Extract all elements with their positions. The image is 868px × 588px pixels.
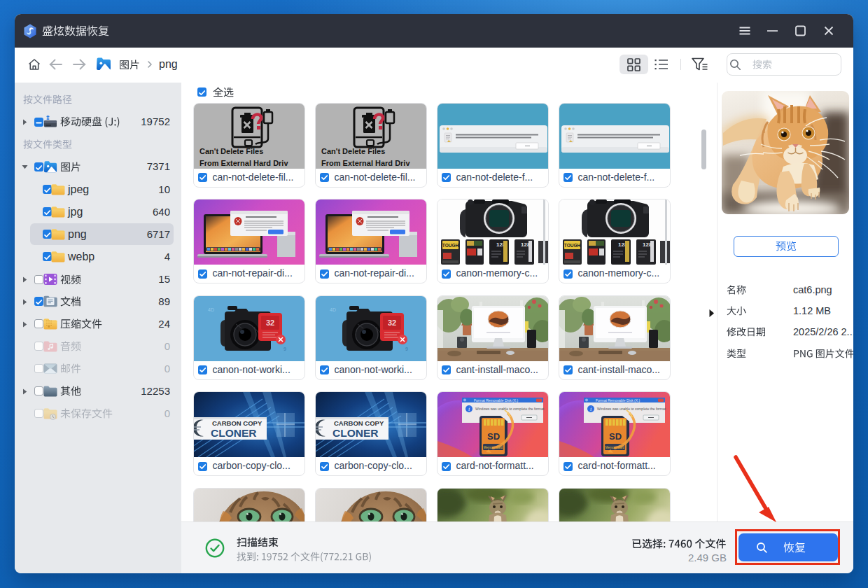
svg-text:From External Hard Driv: From External Hard Driv [321,159,410,167]
svg-text:9: 9 [284,346,286,351]
svg-text:CLONER: CLONER [332,427,378,439]
svg-text:Format Removable Disk (X:): Format Removable Disk (X:) [474,398,518,402]
svg-text:32: 32 [265,318,274,327]
svg-text:i: i [589,406,591,412]
svg-text:CARBON COPY: CARBON COPY [212,419,262,427]
svg-text:i: i [468,406,469,412]
svg-text:Can't Delete Files: Can't Delete Files [321,147,385,155]
svg-text:Windows was unable to complete: Windows was unable to complete the forma… [475,407,545,411]
svg-text:4D: 4D [208,307,214,312]
svg-text:TOUGH: TOUGH [564,243,580,248]
svg-text:TOUGH: TOUGH [442,243,458,248]
svg-text:32: 32 [387,318,396,327]
svg-text:Can't Delete Files: Can't Delete Files [200,147,263,155]
svg-text:4D: 4D [330,307,336,312]
svg-text:SD: SD [608,431,621,442]
svg-text:Format Removable Disk (X:): Format Removable Disk (X:) [596,398,640,402]
svg-text:CLONER: CLONER [211,427,256,439]
svg-text:9: 9 [405,346,408,351]
svg-text:CARBON COPY: CARBON COPY [334,419,384,427]
svg-text:Windows was unable to complete: Windows was unable to complete the forma… [597,407,666,411]
svg-text:SD: SD [486,431,499,442]
svg-text:From External Hard Driv: From External Hard Driv [200,159,288,167]
